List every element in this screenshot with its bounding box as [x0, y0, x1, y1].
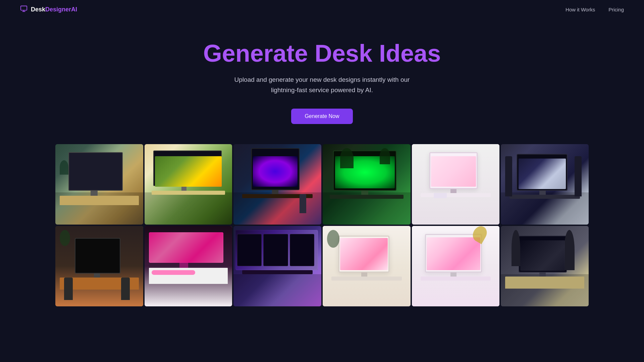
desk-image-7[interactable]	[55, 226, 143, 306]
desk-image-4[interactable]	[323, 144, 411, 225]
desk-image-1[interactable]	[55, 144, 143, 225]
nav-how-it-works[interactable]: How it Works	[566, 7, 595, 12]
svg-rect-0	[21, 6, 27, 10]
desk-image-3[interactable]	[233, 144, 321, 225]
hero-subtitle: Upload and generate your new desk design…	[228, 75, 416, 95]
hero-section: Generate Desk Ideas Upload and generate …	[0, 0, 644, 137]
logo[interactable]: DeskDesignerAI	[20, 5, 77, 14]
logo-text: DeskDesignerAI	[31, 6, 77, 13]
desk-image-12[interactable]	[501, 226, 589, 306]
nav-pricing[interactable]: Pricing	[608, 7, 624, 12]
navbar: DeskDesignerAI How it Works Pricing	[0, 0, 644, 19]
desk-image-grid	[0, 144, 644, 306]
generate-now-button[interactable]: Generate Now	[291, 109, 353, 124]
desk-image-10[interactable]	[323, 226, 411, 306]
hero-title: Generate Desk Ideas	[203, 40, 441, 67]
desk-image-11[interactable]	[412, 226, 500, 306]
monitor-icon	[20, 5, 28, 14]
desk-image-9[interactable]	[233, 226, 321, 306]
desk-image-2[interactable]	[145, 144, 232, 225]
nav-links: How it Works Pricing	[566, 7, 624, 12]
desk-image-5[interactable]	[412, 144, 500, 225]
desk-image-8[interactable]	[145, 226, 232, 306]
desk-image-6[interactable]	[501, 144, 589, 225]
